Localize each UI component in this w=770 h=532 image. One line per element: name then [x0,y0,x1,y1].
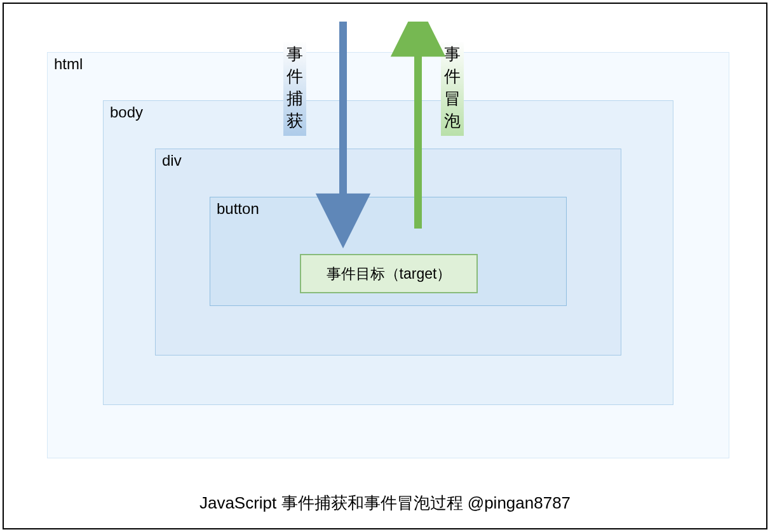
capture-label: 事件捕获 [283,42,306,136]
button-label: button [217,200,259,218]
div-label: div [162,152,182,170]
target-box: 事件目标（target） [300,254,478,293]
bubble-label: 事件冒泡 [441,42,464,136]
target-label: 事件目标（target） [327,264,452,284]
diagram-frame: html body div button 事件目标（target） 事件捕获 事… [3,3,767,529]
diagram-caption: JavaScript 事件捕获和事件冒泡过程 @pingan8787 [4,492,766,514]
html-label: html [54,55,83,73]
body-label: body [110,103,143,121]
